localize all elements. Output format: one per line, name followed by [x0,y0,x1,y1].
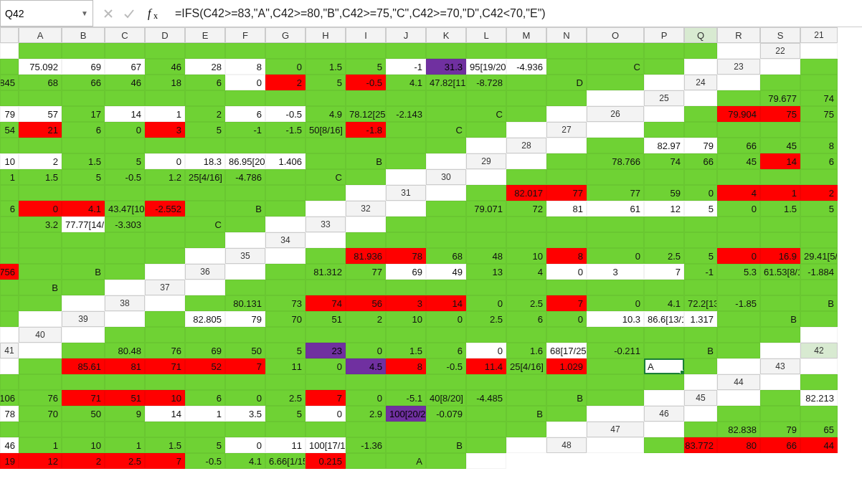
cell-O38[interactable]: -1.85 [717,295,760,311]
cell-O27[interactable] [306,138,346,153]
cell-J25[interactable]: 2 [185,106,225,122]
cell-G25[interactable]: 17 [62,106,105,122]
cell-O22[interactable]: -4.936 [506,59,546,75]
cell-N42[interactable]: 25[4/16] [506,358,546,374]
cell-D33[interactable] [466,217,506,232]
cell-Q40[interactable] [717,327,760,343]
cell-G21[interactable] [225,43,265,59]
cell-I44[interactable]: 0 [225,390,265,406]
cell-E46[interactable] [0,422,19,437]
cell-N48[interactable]: 6.66[1/15] [265,453,306,469]
cell-R28[interactable] [386,153,426,169]
row-header-35[interactable]: 35 [225,248,265,264]
cell-J28[interactable]: 1.5 [62,153,105,169]
cell-H35[interactable]: 8 [546,248,587,264]
row-header-24[interactable]: 24 [684,75,717,90]
cell-P22[interactable] [546,59,587,75]
cell-E27[interactable] [760,122,800,138]
cell-H40[interactable] [346,327,386,343]
cell-J43[interactable] [306,374,346,390]
cell-P38[interactable] [760,295,800,311]
cell-F34[interactable] [506,232,546,248]
cell-A22[interactable] [800,43,838,59]
cell-C37[interactable] [265,280,306,295]
cell-D26[interactable]: 75 [760,106,800,122]
cell-R41[interactable] [717,343,760,358]
cell-A34[interactable] [306,232,346,248]
cell-N41[interactable]: 68[17/25] [546,343,587,358]
cell-B22[interactable] [0,59,19,75]
cell-G39[interactable]: 2 [346,311,386,327]
cell-C29[interactable]: 78.766 [587,153,644,169]
cell-M48[interactable]: 4.1 [225,453,265,469]
col-header-S[interactable]: S [760,27,800,43]
cell-D31[interactable]: 77 [546,185,587,201]
cell-E23[interactable]: 66 [62,75,105,90]
cell-P25[interactable] [426,106,466,122]
cell-R24[interactable] [546,90,587,106]
cell-S47[interactable] [506,437,546,453]
row-header-25[interactable]: 25 [644,90,684,106]
row-header-38[interactable]: 38 [105,295,145,311]
cell-D22[interactable]: 69 [62,59,105,75]
cell-N35[interactable]: 29.41[5/17] [800,248,838,264]
cell-B29[interactable] [546,153,587,169]
cell-E48[interactable]: 66 [760,437,800,453]
cell-Q34[interactable] [105,248,145,264]
cell-J36[interactable]: 3 [587,264,644,280]
cell-N29[interactable]: 25[4/16] [185,169,225,185]
cell-P44[interactable] [506,390,546,406]
cell-C28[interactable]: 82.97 [644,138,684,153]
cell-H34[interactable] [587,232,644,248]
cell-J46[interactable] [185,422,225,437]
spreadsheet-grid[interactable]: ABCDEFGHIJKLMNOPQRS212275.09269674628801… [0,27,862,469]
cell-B37[interactable] [225,280,265,295]
cell-K27[interactable] [145,138,185,153]
row-header-34[interactable]: 34 [265,232,306,248]
cell-E40[interactable] [225,327,265,343]
cell-P29[interactable] [265,169,306,185]
cell-I48[interactable]: 2 [62,453,105,469]
cell-Q23[interactable]: D [546,75,587,90]
cell-B41[interactable] [62,343,105,358]
cell-H43[interactable] [225,374,265,390]
cell-H27[interactable] [19,138,62,153]
cell-I36[interactable]: 0 [546,264,587,280]
cell-F25[interactable]: 57 [19,106,62,122]
cell-K29[interactable]: 5 [62,169,105,185]
cell-Q22[interactable]: C [587,59,644,75]
cell-S24[interactable] [587,90,644,106]
cell-E38[interactable]: 74 [306,295,346,311]
cell-B24[interactable] [760,75,800,90]
cell-F43[interactable] [145,374,185,390]
cell-I33[interactable] [684,217,717,232]
cell-R46[interactable] [506,422,546,437]
cell-H31[interactable]: 4 [717,185,760,201]
row-header-45[interactable]: 45 [684,390,717,406]
cell-L32[interactable] [0,217,19,232]
cell-I34[interactable] [644,232,684,248]
cell-P37[interactable] [800,280,838,295]
cell-A28[interactable] [546,138,587,153]
cell-E37[interactable] [346,280,386,295]
cell-K25[interactable]: 6 [225,106,265,122]
cell-R32[interactable] [225,217,265,232]
col-header-A[interactable]: A [19,27,62,43]
cell-C27[interactable] [684,122,717,138]
cell-O26[interactable]: -1.8 [346,122,386,138]
cell-K34[interactable] [717,232,760,248]
cell-D44[interactable]: 76 [19,390,62,406]
row-header-44[interactable]: 44 [717,374,760,390]
cell-O35[interactable]: 2.756 [0,264,19,280]
cell-C25[interactable]: 79.677 [760,90,800,106]
cell-K28[interactable]: 5 [105,153,145,169]
cell-C33[interactable] [426,217,466,232]
cell-H44[interactable]: 6 [185,390,225,406]
cell-K32[interactable]: 5 [800,201,838,217]
cell-N46[interactable] [346,422,386,437]
col-header-N[interactable]: N [546,27,587,43]
cell-E29[interactable]: 66 [684,153,717,169]
cell-S32[interactable] [265,217,306,232]
cell-G38[interactable]: 3 [386,295,426,311]
cell-O33[interactable] [62,232,105,248]
